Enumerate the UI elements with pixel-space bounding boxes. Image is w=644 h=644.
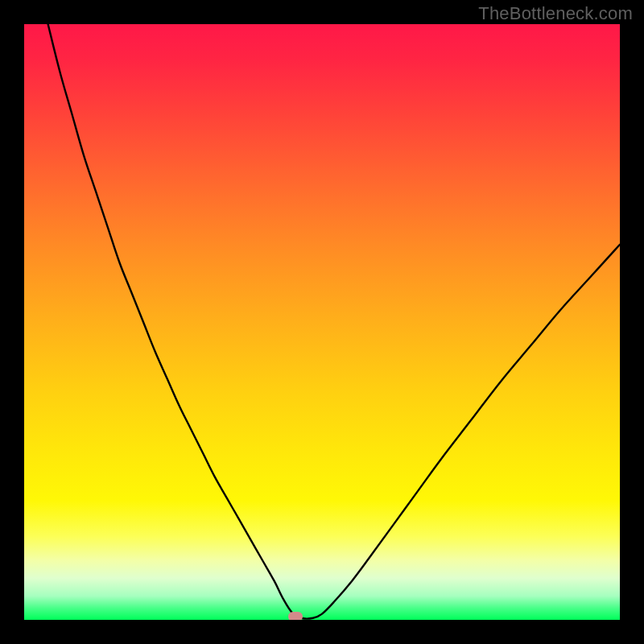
curve-layer	[24, 24, 620, 620]
chart-frame: TheBottleneck.com	[0, 0, 644, 644]
bottleneck-curve-path	[48, 24, 620, 619]
watermark-text: TheBottleneck.com	[478, 3, 633, 24]
plot-area	[24, 24, 620, 620]
optimum-marker	[288, 612, 303, 620]
